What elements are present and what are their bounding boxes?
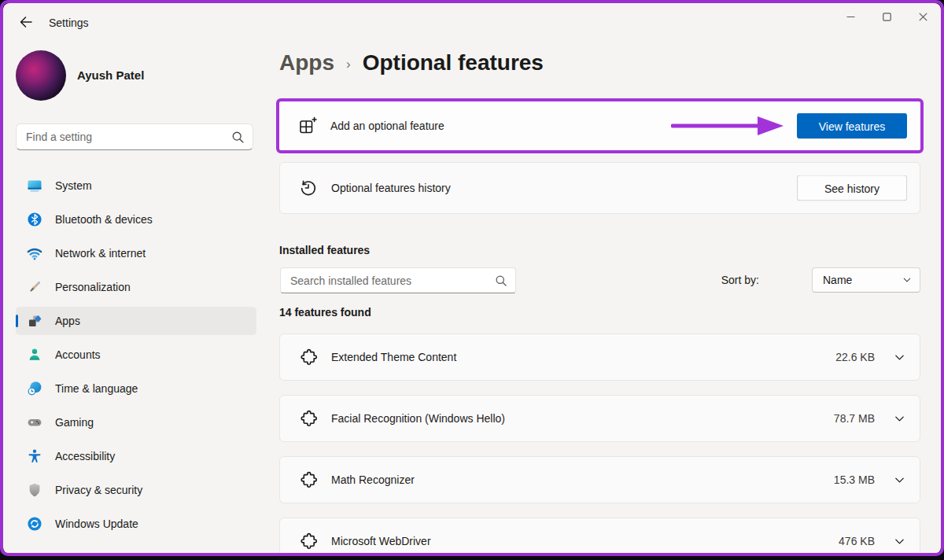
- sidebar-item-label: Privacy & security: [55, 484, 142, 496]
- time-language-icon: [27, 381, 42, 396]
- see-history-button[interactable]: See history: [797, 175, 907, 201]
- sort-dropdown[interactable]: Name: [812, 267, 920, 293]
- minimize-button[interactable]: [832, 3, 868, 30]
- sidebar-item-accessibility[interactable]: Accessibility: [16, 442, 256, 470]
- sidebar-item-privacy-security[interactable]: Privacy & security: [16, 476, 256, 504]
- feature-row-math-recognizer[interactable]: Math Recognizer 15.3 MB: [279, 456, 920, 503]
- optional-features-history-card: Optional features history See history: [279, 162, 920, 214]
- feature-name: Microsoft WebDriver: [331, 535, 431, 547]
- chevron-down-icon[interactable]: [894, 352, 905, 363]
- feature-name: Facial Recognition (Windows Hello): [331, 412, 505, 425]
- apps-icon: [27, 313, 42, 329]
- feature-name: Extended Theme Content: [331, 351, 456, 363]
- maximize-button[interactable]: [868, 3, 905, 30]
- back-button[interactable]: [13, 12, 39, 32]
- installed-features-heading: Installed features: [279, 244, 370, 256]
- chevron-down-icon[interactable]: [894, 536, 905, 547]
- sort-by-label: Sort by:: [721, 274, 759, 286]
- puzzle-icon: [301, 471, 318, 488]
- sidebar-item-windows-update[interactable]: Windows Update: [16, 510, 256, 538]
- sidebar-item-label: Gaming: [55, 416, 94, 429]
- window-title: Settings: [49, 17, 89, 29]
- history-icon: [299, 179, 318, 197]
- close-button[interactable]: [905, 3, 941, 30]
- bluetooth-icon: [27, 212, 42, 227]
- feature-size: 22.6 KB: [835, 351, 875, 363]
- feature-row-facial-recognition[interactable]: Facial Recognition (Windows Hello) 78.7 …: [279, 395, 920, 442]
- feature-size: 476 KB: [839, 535, 875, 547]
- window-controls: [832, 3, 941, 30]
- sidebar-item-personalization[interactable]: Personalization: [16, 273, 256, 301]
- annotation-highlight-box: Add an optional feature View features: [276, 98, 924, 153]
- sidebar-item-bluetooth[interactable]: Bluetooth & devices: [16, 205, 256, 234]
- accounts-icon: [27, 347, 42, 363]
- chevron-down-icon: [902, 275, 912, 285]
- titlebar: Settings: [3, 3, 941, 38]
- selected-accent-pill: [16, 315, 18, 327]
- gaming-icon: [27, 414, 42, 430]
- search-installed-input[interactable]: [290, 274, 495, 287]
- sidebar-item-network[interactable]: Network & internet: [16, 239, 256, 267]
- accessibility-icon: [27, 448, 42, 464]
- settings-window: Settings Ayush Patel: [3, 3, 941, 554]
- sidebar-item-label: System: [55, 179, 92, 192]
- view-features-button[interactable]: View features: [797, 113, 907, 139]
- sidebar-item-system[interactable]: System: [16, 171, 256, 200]
- puzzle-icon: [301, 532, 318, 550]
- user-name: Ayush Patel: [77, 68, 144, 82]
- installed-features-list: Extended Theme Content 22.6 KB Facial Re…: [279, 333, 920, 554]
- sidebar-item-label: Personalization: [55, 281, 131, 293]
- find-setting-input[interactable]: [26, 131, 231, 143]
- chevron-down-icon[interactable]: [894, 474, 905, 486]
- chevron-down-icon[interactable]: [894, 413, 905, 425]
- puzzle-icon: [301, 348, 318, 366]
- minimize-icon: [846, 13, 855, 21]
- sidebar-search-box: [16, 123, 253, 150]
- add-optional-feature-card: Add an optional feature View features: [279, 101, 920, 150]
- network-icon: [27, 245, 42, 261]
- add-feature-label: Add an optional feature: [330, 120, 444, 132]
- feature-size: 15.3 MB: [834, 473, 875, 486]
- system-icon: [27, 178, 42, 193]
- annotation-arrow: [671, 114, 785, 138]
- search-icon: [495, 274, 507, 287]
- add-feature-icon: [298, 116, 317, 135]
- sidebar-item-gaming[interactable]: Gaming: [16, 408, 256, 437]
- breadcrumb: Apps › Optional features: [279, 50, 544, 76]
- feature-row-microsoft-webdriver[interactable]: Microsoft WebDriver 476 KB: [279, 518, 920, 554]
- sidebar-item-label: Apps: [55, 315, 80, 327]
- privacy-security-icon: [27, 482, 42, 498]
- sidebar-item-label: Bluetooth & devices: [55, 213, 153, 226]
- feature-name: Math Recognizer: [331, 473, 415, 486]
- feature-row-extended-theme-content[interactable]: Extended Theme Content 22.6 KB: [279, 333, 920, 381]
- close-icon: [919, 13, 927, 21]
- sidebar-item-label: Time & language: [55, 382, 138, 395]
- sidebar-nav: System Bluetooth & devices: [16, 171, 256, 538]
- search-icon: [231, 131, 245, 144]
- sidebar-item-label: Windows Update: [55, 518, 138, 530]
- windows-update-icon: [27, 516, 42, 532]
- breadcrumb-chevron: ›: [346, 57, 351, 72]
- results-count: 14 features found: [279, 306, 371, 319]
- back-arrow-icon: [18, 14, 34, 30]
- history-label: Optional features history: [331, 182, 451, 194]
- sidebar-item-accounts[interactable]: Accounts: [16, 341, 256, 369]
- sidebar-item-label: Network & internet: [55, 247, 146, 260]
- sidebar-item-label: Accessibility: [55, 450, 115, 462]
- sidebar-item-time-language[interactable]: Time & language: [16, 374, 256, 403]
- page-title: Optional features: [363, 50, 544, 76]
- breadcrumb-apps[interactable]: Apps: [279, 50, 334, 76]
- installed-search-box: [280, 267, 516, 293]
- sidebar-item-apps[interactable]: Apps: [16, 307, 256, 335]
- avatar: [16, 50, 66, 101]
- feature-size: 78.7 MB: [834, 412, 875, 425]
- sidebar: Ayush Patel System: [3, 38, 271, 554]
- puzzle-icon: [301, 410, 318, 427]
- personalization-icon: [27, 279, 42, 295]
- maximize-icon: [883, 13, 891, 21]
- sort-value: Name: [823, 274, 902, 286]
- sidebar-item-label: Accounts: [55, 348, 101, 361]
